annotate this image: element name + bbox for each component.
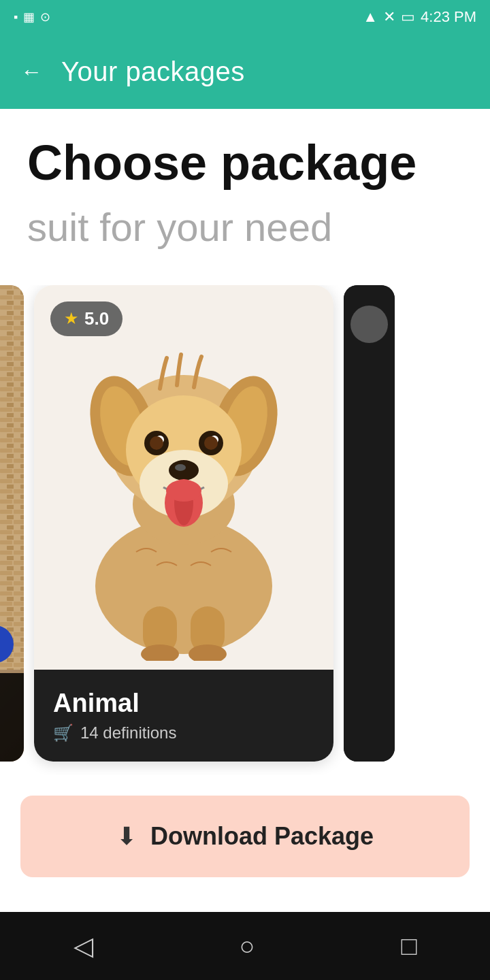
card-partial-left-bg (0, 285, 24, 762)
rating-value: 5.0 (84, 308, 109, 329)
app-bar-title: Your packages (61, 56, 245, 87)
sync-icon: ⊙ (40, 10, 50, 24)
card-partial-left[interactable] (0, 285, 24, 762)
notification-icon: ▪ (14, 10, 18, 24)
download-package-button[interactable]: ⬇ Download Package (20, 796, 470, 877)
download-section: ⬇ Download Package (0, 775, 490, 904)
page-subheading: suit for your need (27, 203, 463, 251)
texture-pattern (0, 285, 24, 670)
card-title: Animal (53, 689, 314, 718)
image-icon: ▦ (23, 10, 35, 24)
animal-card[interactable]: ★ 5.0 (34, 285, 333, 762)
main-content: Choose package suit for your need (0, 109, 490, 251)
dog-illustration (34, 285, 333, 670)
card-info: 🛒 14 definitions (53, 723, 314, 742)
dog-svg (48, 293, 320, 661)
recents-nav-button[interactable]: □ (402, 932, 417, 961)
page-heading: Choose package (27, 136, 463, 190)
status-time: 4:23 PM (421, 8, 476, 26)
download-label: Download Package (150, 822, 374, 851)
bottom-nav: ◁ ○ □ (0, 912, 490, 980)
svg-rect-1 (0, 285, 24, 670)
star-icon: ★ (64, 309, 79, 328)
signal-icon: ✕ (383, 8, 395, 26)
battery-icon: ▭ (401, 8, 415, 26)
card-partial-left-bottom (0, 673, 24, 762)
svg-point-19 (204, 436, 218, 450)
download-icon: ⬇ (116, 822, 137, 851)
svg-point-18 (150, 436, 163, 450)
right-circle-icon (350, 306, 388, 343)
svg-point-24 (166, 480, 201, 502)
status-bar-left-icons: ▪ ▦ ⊙ (14, 10, 50, 24)
back-nav-button[interactable]: ◁ (74, 931, 93, 961)
home-nav-button[interactable]: ○ (240, 932, 255, 961)
cart-icon: 🛒 (53, 723, 74, 742)
svg-point-20 (169, 460, 199, 480)
card-image-area: ★ 5.0 (34, 285, 333, 670)
status-bar: ▪ ▦ ⊙ ▲ ✕ ▭ 4:23 PM (0, 0, 490, 34)
cards-carousel: ★ 5.0 (0, 285, 463, 775)
card-partial-right-bg (344, 285, 395, 762)
back-button[interactable]: ← (20, 59, 42, 84)
rating-badge: ★ 5.0 (50, 301, 122, 336)
card-definitions: 14 definitions (80, 723, 176, 742)
app-bar: ← Your packages (0, 34, 490, 109)
wifi-icon: ▲ (363, 8, 378, 26)
card-bottom: Animal 🛒 14 definitions (34, 670, 333, 762)
status-bar-right-icons: ▲ ✕ ▭ 4:23 PM (363, 8, 476, 26)
card-partial-right[interactable] (344, 285, 395, 762)
svg-point-21 (175, 464, 186, 471)
